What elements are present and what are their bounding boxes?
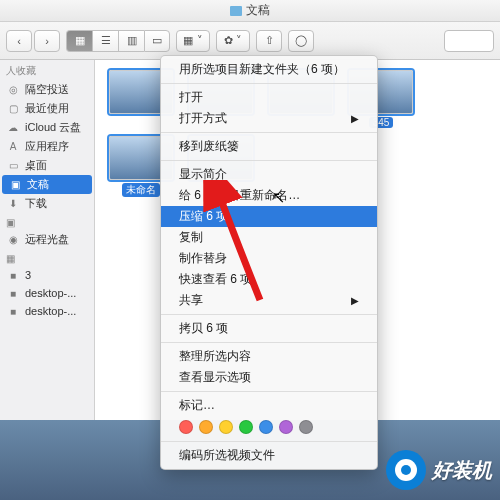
sidebar: 人收藏 ◎隔空投送▢最近使用☁iCloud 云盘A应用程序▭桌面▣文稿⬇下载 ▣… <box>0 60 95 420</box>
nav-buttons: ‹ › <box>6 30 60 52</box>
menu-item-label: 用所选项目新建文件夹（6 项） <box>179 61 345 78</box>
menu-item-label: 打开方式 <box>179 110 227 127</box>
sidebar-item-label: desktop-... <box>25 305 76 317</box>
menu-separator <box>161 132 377 133</box>
group-button[interactable]: ▦ ˅ <box>176 30 210 52</box>
menu-item-label: 打开 <box>179 89 203 106</box>
submenu-arrow-icon: ▶ <box>351 295 359 306</box>
menu-item[interactable]: 显示简介 <box>161 164 377 185</box>
column-view-button[interactable]: ▥ <box>118 30 144 52</box>
sidebar-item-icon: ◉ <box>6 233 20 247</box>
menu-item-label: 标记… <box>179 397 215 414</box>
sidebar-item-label: 桌面 <box>25 158 47 173</box>
sidebar-section-locations: ▣ <box>0 213 94 230</box>
menu-item-label: 快速查看 6 项 <box>179 271 252 288</box>
menu-item-label: 整理所选内容 <box>179 348 251 365</box>
sidebar-item-icon: ▣ <box>8 178 22 192</box>
menu-separator <box>161 342 377 343</box>
share-button[interactable]: ⇧ <box>256 30 282 52</box>
tag-color[interactable] <box>299 420 313 434</box>
menu-separator <box>161 441 377 442</box>
file-label: 未命名 <box>122 183 160 197</box>
menu-item[interactable]: 整理所选内容 <box>161 346 377 367</box>
tag-color[interactable] <box>179 420 193 434</box>
tag-color[interactable] <box>279 420 293 434</box>
tags-button[interactable]: ◯ <box>288 30 314 52</box>
menu-item[interactable]: 快速查看 6 项 <box>161 269 377 290</box>
menu-item-label: 显示简介 <box>179 166 227 183</box>
tag-color[interactable] <box>219 420 233 434</box>
menu-item-label: 制作替身 <box>179 250 227 267</box>
icon-view-button[interactable]: ▦ <box>66 30 92 52</box>
view-switcher: ▦ ☰ ▥ ▭ <box>66 30 170 52</box>
sidebar-item-label: iCloud 云盘 <box>25 120 81 135</box>
list-view-button[interactable]: ☰ <box>92 30 118 52</box>
sidebar-item-label: 文稿 <box>27 177 49 192</box>
menu-item-label: 拷贝 6 项 <box>179 320 228 337</box>
menu-item[interactable]: 压缩 6 项 <box>161 206 377 227</box>
menu-item[interactable]: 复制 <box>161 227 377 248</box>
menu-item-label: 压缩 6 项 <box>179 208 228 225</box>
menu-separator <box>161 160 377 161</box>
menu-item[interactable]: 打开 <box>161 87 377 108</box>
submenu-arrow-icon: ▶ <box>351 113 359 124</box>
tag-color[interactable] <box>239 420 253 434</box>
gallery-view-button[interactable]: ▭ <box>144 30 170 52</box>
menu-tags-row <box>161 416 377 438</box>
menu-item[interactable]: 编码所选视频文件 <box>161 445 377 466</box>
sidebar-item-label: 3 <box>25 269 31 281</box>
menu-item[interactable]: 制作替身 <box>161 248 377 269</box>
sidebar-item[interactable]: A应用程序 <box>0 137 94 156</box>
sidebar-item-icon: A <box>6 140 20 154</box>
sidebar-item-icon: ▭ <box>6 159 20 173</box>
menu-item-label: 编码所选视频文件 <box>179 447 275 464</box>
menu-item[interactable]: 移到废纸篓 <box>161 136 377 157</box>
sidebar-item[interactable]: ◉远程光盘 <box>0 230 94 249</box>
sidebar-section-tags: ▦ <box>0 249 94 266</box>
sidebar-item[interactable]: ◎隔空投送 <box>0 80 94 99</box>
sidebar-item-icon: ■ <box>6 268 20 282</box>
sidebar-item[interactable]: ☁iCloud 云盘 <box>0 118 94 137</box>
sidebar-item[interactable]: ■desktop-... <box>0 284 94 302</box>
sidebar-item-icon: ▢ <box>6 102 20 116</box>
sidebar-item-label: 隔空投送 <box>25 82 69 97</box>
menu-item[interactable]: 打开方式▶ <box>161 108 377 129</box>
titlebar[interactable]: 文稿 <box>0 0 500 22</box>
sidebar-item-label: 远程光盘 <box>25 232 69 247</box>
sidebar-item[interactable]: ▭桌面 <box>0 156 94 175</box>
menu-item-label: 给 6 个项目重新命名… <box>179 187 300 204</box>
menu-separator <box>161 391 377 392</box>
tag-color[interactable] <box>199 420 213 434</box>
menu-item[interactable]: 查看显示选项 <box>161 367 377 388</box>
back-button[interactable]: ‹ <box>6 30 32 52</box>
tag-color[interactable] <box>259 420 273 434</box>
sidebar-item-icon: ■ <box>6 304 20 318</box>
menu-item[interactable]: 给 6 个项目重新命名… <box>161 185 377 206</box>
sidebar-item[interactable]: ▣文稿 <box>2 175 92 194</box>
sidebar-item-icon: ■ <box>6 286 20 300</box>
search-input[interactable] <box>444 30 494 52</box>
menu-item[interactable]: 拷贝 6 项 <box>161 318 377 339</box>
window-title: 文稿 <box>246 2 270 19</box>
menu-separator <box>161 314 377 315</box>
action-button[interactable]: ✿ ˅ <box>216 30 250 52</box>
menu-item-label: 共享 <box>179 292 203 309</box>
sidebar-item[interactable]: ■3 <box>0 266 94 284</box>
menu-item[interactable]: 用所选项目新建文件夹（6 项） <box>161 59 377 80</box>
watermark: 好装机 <box>386 450 492 490</box>
sidebar-item-icon: ⬇ <box>6 197 20 211</box>
sidebar-item[interactable]: ▢最近使用 <box>0 99 94 118</box>
sidebar-item-label: 最近使用 <box>25 101 69 116</box>
sidebar-item[interactable]: ■desktop-... <box>0 302 94 320</box>
context-menu: 用所选项目新建文件夹（6 项）打开打开方式▶移到废纸篓显示简介给 6 个项目重新… <box>160 55 378 470</box>
sidebar-item-icon: ☁ <box>6 121 20 135</box>
forward-button[interactable]: › <box>34 30 60 52</box>
menu-item[interactable]: 共享▶ <box>161 290 377 311</box>
sidebar-item-label: 应用程序 <box>25 139 69 154</box>
sidebar-section-favorites: 人收藏 <box>0 60 94 80</box>
menu-item-label: 复制 <box>179 229 203 246</box>
sidebar-item-label: desktop-... <box>25 287 76 299</box>
watermark-text: 好装机 <box>432 457 492 484</box>
menu-item[interactable]: 标记… <box>161 395 377 416</box>
sidebar-item[interactable]: ⬇下载 <box>0 194 94 213</box>
